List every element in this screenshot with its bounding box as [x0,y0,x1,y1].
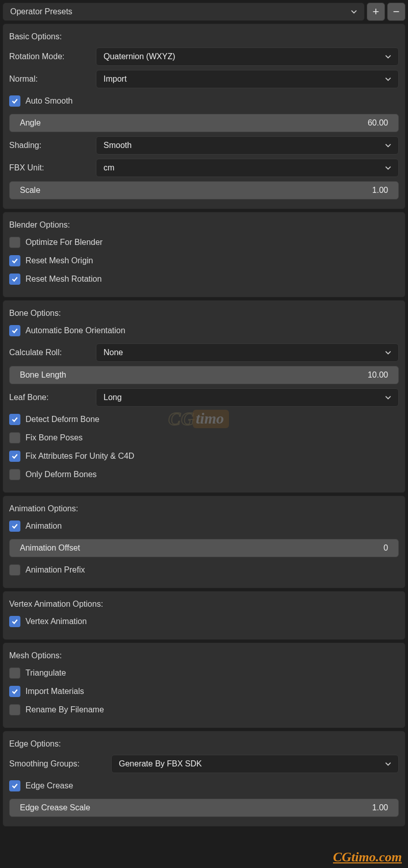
smoothing-groups-select[interactable]: Generate By FBX SDK [111,755,399,773]
check-icon [9,274,20,285]
checkbox-label: Fix Bone Poses [26,433,83,442]
check-icon [9,616,20,627]
calculate-roll-select[interactable]: None [96,343,399,362]
checkbox-label: Animation Prefix [26,565,85,575]
checkbox-label: Only Deform Bones [26,470,97,479]
select-value: Quaternion (WXYZ) [104,52,175,61]
checkbox-label: Rename By Filename [26,705,104,714]
checkbox-label: Detect Deform Bone [26,415,99,424]
field-value: 1.00 [372,186,388,195]
fbx-unit-label: FBX Unit: [9,163,91,172]
fix-attributes-checkbox[interactable]: Fix Attributes For Unity & C4D [9,451,399,462]
select-value: None [104,348,123,357]
checkbox-icon [9,237,20,248]
reset-mesh-origin-checkbox[interactable]: Reset Mesh Origin [9,255,399,266]
normal-label: Normal: [9,75,91,84]
check-icon [9,325,20,336]
section-title: Mesh Options: [9,651,399,660]
checkbox-icon [9,704,20,715]
edge-crease-scale-field[interactable]: Edge Crease Scale 1.00 [9,799,399,817]
chevron-down-icon [351,9,357,15]
mesh-options-panel: Mesh Options: Triangulate Import Materia… [3,642,405,728]
plus-icon: + [373,5,379,18]
checkbox-label: Reset Mesh Origin [26,256,93,265]
triangulate-checkbox[interactable]: Triangulate [9,667,399,679]
normal-select[interactable]: Import [96,70,399,88]
fbx-unit-select[interactable]: cm [96,159,399,177]
preset-remove-button[interactable]: − [387,3,405,21]
checkbox-icon [9,432,20,443]
field-value: 10.00 [368,370,388,380]
only-deform-bones-checkbox[interactable]: Only Deform Bones [9,469,399,480]
edge-options-panel: Edge Options: Smoothing Groups: Generate… [3,731,405,827]
shading-label: Shading: [9,141,91,150]
chevron-down-icon [385,54,391,60]
chevron-down-icon [385,394,391,401]
auto-bone-orientation-checkbox[interactable]: Automatic Bone Orientation [9,325,399,336]
leaf-bone-select[interactable]: Long [96,388,399,407]
rotation-mode-label: Rotation Mode: [9,52,91,61]
select-value: cm [104,163,114,172]
select-value: Long [104,393,122,402]
checkbox-icon [9,564,20,576]
field-value: 60.00 [368,118,388,128]
field-label: Angle [20,118,368,128]
animation-prefix-checkbox[interactable]: Animation Prefix [9,564,399,576]
chevron-down-icon [385,350,391,356]
optimize-for-blender-checkbox[interactable]: Optimize For Blender [9,237,399,248]
checkbox-icon [9,469,20,480]
section-title: Basic Options: [9,32,399,41]
field-value: 0 [384,543,388,553]
animation-options-panel: Animation Options: Animation Animation O… [3,495,405,588]
detect-deform-bone-checkbox[interactable]: Detect Deform Bone [9,414,399,425]
import-materials-checkbox[interactable]: Import Materials [9,686,399,697]
select-value: Generate By FBX SDK [119,759,202,768]
checkbox-label: Fix Attributes For Unity & C4D [26,452,134,461]
leaf-bone-label: Leaf Bone: [9,393,91,402]
check-icon [9,95,20,107]
bone-options-panel: Bone Options: Automatic Bone Orientation… [3,300,405,493]
animation-offset-field[interactable]: Animation Offset 0 [9,539,399,557]
check-icon [9,686,20,697]
section-title: Bone Options: [9,309,399,318]
auto-smooth-checkbox[interactable]: Auto Smooth [9,95,399,107]
preset-add-button[interactable]: + [367,3,385,21]
checkbox-label: Automatic Bone Orientation [26,326,125,335]
checkbox-label: Import Materials [26,687,84,696]
check-icon [9,414,20,425]
minus-icon: − [393,5,400,18]
checkbox-label: Optimize For Blender [26,238,103,247]
vertex-animation-checkbox[interactable]: Vertex Animation [9,616,399,627]
chevron-down-icon [385,76,391,82]
checkbox-label: Vertex Animation [26,617,87,626]
section-title: Edge Options: [9,739,399,749]
field-label: Scale [20,186,372,195]
check-icon [9,451,20,462]
select-value: Smooth [104,141,132,150]
rename-by-filename-checkbox[interactable]: Rename By Filename [9,704,399,715]
field-label: Animation Offset [20,543,384,553]
check-icon [9,255,20,266]
operator-presets-select[interactable]: Operator Presets [3,3,365,21]
shading-select[interactable]: Smooth [96,136,399,155]
section-title: Blender Options: [9,220,399,230]
section-title: Vertex Animation Options: [9,600,399,609]
edge-crease-checkbox[interactable]: Edge Crease [9,780,399,791]
checkbox-label: Auto Smooth [26,96,73,106]
angle-field[interactable]: Angle 60.00 [9,114,399,132]
vertex-animation-options-panel: Vertex Animation Options: Vertex Animati… [3,591,405,640]
fix-bone-poses-checkbox[interactable]: Fix Bone Poses [9,432,399,443]
check-icon [9,520,20,532]
field-label: Bone Length [20,370,368,380]
animation-checkbox[interactable]: Animation [9,520,399,532]
check-icon [9,780,20,791]
checkbox-label: Edge Crease [26,781,73,790]
bone-length-field[interactable]: Bone Length 10.00 [9,366,399,384]
rotation-mode-select[interactable]: Quaternion (WXYZ) [96,47,399,66]
calculate-roll-label: Calculate Roll: [9,348,91,357]
reset-mesh-rotation-checkbox[interactable]: Reset Mesh Rotation [9,274,399,285]
scale-field[interactable]: Scale 1.00 [9,181,399,200]
field-label: Edge Crease Scale [20,803,372,812]
chevron-down-icon [385,761,391,767]
blender-options-panel: Blender Options: Optimize For Blender Re… [3,212,405,297]
